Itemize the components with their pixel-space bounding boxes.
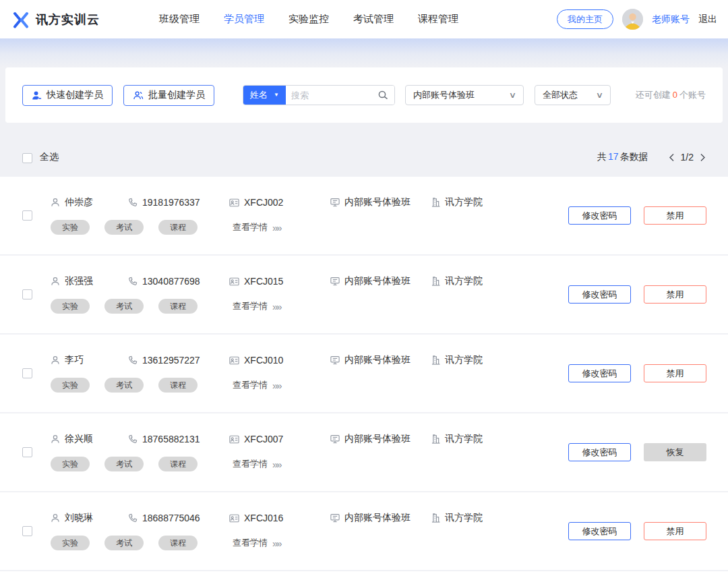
row-checkbox[interactable]: [22, 289, 32, 299]
page-indicator: 1/2: [681, 152, 694, 163]
row-main: 徐兴顺 18765882131 XFCJ007: [51, 433, 555, 471]
nav-item-class-mgmt[interactable]: 班级管理: [159, 13, 200, 26]
row-tags-line: 实验 考试 课程 查看学情 »»: [51, 378, 555, 393]
total-count: 17: [607, 151, 620, 162]
student-class: 内部账号体验班: [344, 512, 411, 524]
tag-course[interactable]: 课程: [158, 378, 198, 393]
my-homepage-button[interactable]: 我的主页: [557, 9, 613, 29]
account-name[interactable]: 老师账号: [652, 13, 690, 26]
view-progress-link[interactable]: 查看学情 »»: [233, 458, 281, 470]
change-password-button[interactable]: 修改密码: [568, 364, 631, 382]
view-progress-link[interactable]: 查看学情 »»: [233, 221, 281, 233]
brand-name: 讯方实训云: [36, 11, 100, 28]
building-icon: [431, 277, 440, 286]
tag-lab[interactable]: 实验: [51, 220, 90, 235]
nav-item-lab-monitor[interactable]: 实验监控: [289, 13, 329, 26]
pager-next-icon[interactable]: [700, 153, 706, 162]
total-suffix: 条数据: [620, 151, 648, 162]
row-actions: 修改密码 禁用: [568, 364, 706, 382]
student-school-cell: 讯方学院: [431, 275, 483, 287]
logout-link[interactable]: 退出: [698, 13, 717, 26]
quota-prefix: 还可创建: [636, 90, 671, 100]
list-header: 全选 共17条数据 1/2: [0, 123, 728, 177]
tag-exam[interactable]: 考试: [104, 378, 144, 393]
class-filter-value: 内部账号体验班: [413, 89, 475, 101]
tag-exam[interactable]: 考试: [104, 536, 144, 550]
student-name: 仲崇彦: [65, 196, 93, 208]
student-account: XFCJ010: [244, 355, 283, 366]
search-field-selector[interactable]: 姓名 ▼: [243, 86, 286, 105]
brand: 讯方实训云: [12, 11, 100, 28]
quick-create-student-button[interactable]: 快速创建学员: [22, 85, 113, 106]
toggle-status-button[interactable]: 禁用: [644, 364, 706, 382]
change-password-button[interactable]: 修改密码: [568, 285, 631, 304]
row-actions: 修改密码 禁用: [568, 285, 706, 304]
quota-remaining-text: 还可创建0个账号: [636, 89, 706, 101]
view-progress-link[interactable]: 查看学情 »»: [233, 300, 281, 312]
view-progress-label: 查看学情: [233, 300, 268, 312]
nav-item-exam-mgmt[interactable]: 考试管理: [353, 13, 394, 26]
tag-course[interactable]: 课程: [158, 457, 198, 471]
tag-course[interactable]: 课程: [158, 220, 198, 235]
row-checkbox[interactable]: [22, 526, 32, 536]
double-chevron-right-icon: »»: [272, 222, 281, 233]
tag-exam[interactable]: 考试: [104, 299, 144, 314]
student-class: 内部账号体验班: [344, 433, 411, 445]
tag-lab[interactable]: 实验: [51, 536, 90, 550]
batch-create-student-button[interactable]: 批量创建学员: [123, 85, 214, 106]
search-button[interactable]: [376, 86, 394, 105]
student-row: 徐兴顺 18765882131 XFCJ007: [0, 413, 728, 491]
nav-item-course-mgmt[interactable]: 课程管理: [418, 13, 458, 26]
row-checkbox[interactable]: [22, 210, 32, 221]
next-row-sliver: [0, 571, 728, 576]
class-filter-select[interactable]: 内部账号体验班 ∨: [405, 85, 524, 105]
brand-logo-icon: [12, 11, 30, 28]
change-password-button[interactable]: 修改密码: [568, 206, 631, 225]
toggle-status-button[interactable]: 禁用: [644, 285, 706, 304]
student-row: 仲崇彦 19181976337 XFCJ002: [0, 177, 728, 254]
select-all-label: 全选: [40, 151, 59, 163]
tag-course[interactable]: 课程: [158, 536, 198, 550]
chevron-down-icon: ∨: [596, 90, 603, 100]
student-class-cell: 内部账号体验班: [330, 512, 431, 524]
view-progress-link[interactable]: 查看学情 »»: [233, 379, 281, 391]
row-checkbox[interactable]: [22, 447, 32, 457]
student-school: 讯方学院: [445, 275, 483, 287]
student-name-cell: 刘晓琳: [51, 512, 128, 524]
tag-exam[interactable]: 考试: [104, 220, 144, 235]
student-name-cell: 张强强: [51, 275, 128, 287]
view-progress-link[interactable]: 查看学情 »»: [233, 537, 281, 549]
student-phone: 13612957227: [142, 355, 200, 366]
caret-down-icon: ▼: [274, 92, 279, 98]
tag-lab[interactable]: 实验: [51, 457, 90, 471]
student-row: 刘晓琳 18688775046 XFCJ016: [0, 492, 728, 570]
row-info-line: 李巧 13612957227 XFCJ010: [51, 354, 555, 366]
select-all-checkbox[interactable]: [22, 153, 32, 163]
status-filter-select[interactable]: 全部状态 ∨: [535, 85, 611, 105]
chevron-down-icon: ∨: [509, 90, 516, 100]
tag-course[interactable]: 课程: [158, 299, 198, 314]
search-input[interactable]: [286, 86, 376, 105]
change-password-button[interactable]: 修改密码: [568, 443, 631, 461]
search-field-label: 姓名: [250, 89, 268, 101]
toggle-status-button[interactable]: 恢复: [644, 443, 706, 461]
person-add-icon: [32, 90, 42, 100]
group-icon: [133, 90, 144, 100]
toggle-status-button[interactable]: 禁用: [644, 206, 706, 225]
toggle-status-button[interactable]: 禁用: [644, 522, 706, 540]
nav-item-student-mgmt[interactable]: 学员管理: [224, 13, 264, 26]
student-account-cell: XFCJ002: [229, 197, 330, 208]
student-class-cell: 内部账号体验班: [330, 354, 431, 366]
tag-lab[interactable]: 实验: [51, 378, 90, 393]
top-navbar: 讯方实训云 班级管理 学员管理 实验监控 考试管理 课程管理 我的主页 老师账号…: [0, 0, 728, 38]
student-account-cell: XFCJ007: [229, 434, 330, 444]
pager-prev-icon[interactable]: [669, 153, 675, 162]
avatar[interactable]: [622, 9, 643, 30]
change-password-button[interactable]: 修改密码: [568, 522, 631, 540]
tag-lab[interactable]: 实验: [51, 299, 90, 314]
student-account-cell: XFCJ016: [229, 513, 330, 523]
building-icon: [431, 355, 440, 365]
student-class-cell: 内部账号体验班: [330, 196, 431, 208]
tag-exam[interactable]: 考试: [104, 457, 144, 471]
row-checkbox[interactable]: [22, 368, 32, 378]
